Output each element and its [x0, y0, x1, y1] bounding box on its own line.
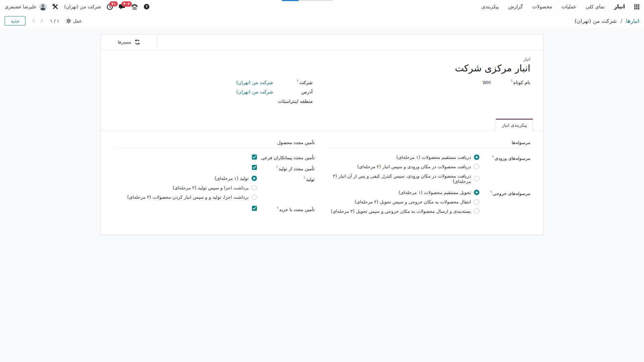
- page-load-progress: [282, 0, 299, 1]
- fields-col-left: شرکت؟ شرکت من (تهران) آدرس شرکت من (تهرا…: [114, 79, 313, 108]
- voip-phone-icon[interactable]: [131, 4, 138, 10]
- breadcrumb-parent[interactable]: انبارها: [626, 18, 639, 24]
- help-icon[interactable]: ?: [144, 4, 150, 10]
- resupply-section: تأمین مجدد محصول تأمین مجدد پیمانکاران ف…: [114, 140, 315, 219]
- company-value[interactable]: شرکت من (تهران): [236, 80, 273, 85]
- radio-option[interactable]: دریافت محصولات در مکان ورودی و سپس انبار…: [329, 164, 479, 169]
- radio-option[interactable]: دریافت محصولات در مکان ورودی، سپس کنترل …: [329, 173, 479, 184]
- title-block: انبار انبار مرکزی شرکت: [101, 50, 543, 74]
- tab-content: مرسوله‌ها مرسوله‌های ورودی؟ دریافت مستقی…: [101, 131, 543, 235]
- company-switcher[interactable]: شرکت من (تهران): [64, 4, 101, 9]
- radio-selected-icon[interactable]: [474, 155, 479, 160]
- subcontracting-resupply-label: تأمین مجدد پیمانکاران فرعی: [257, 155, 315, 160]
- incoming-options: دریافت مستقیم محصولات (۱ مرحله‌ای) دریاف…: [329, 155, 479, 184]
- nav-menu-operations[interactable]: عملیات: [561, 4, 576, 9]
- user-name: علیرضا غضنفری: [5, 4, 37, 9]
- radio-icon[interactable]: [252, 194, 257, 200]
- help-hint: ؟: [304, 176, 305, 180]
- pager-value: ۱ / ۱: [50, 18, 59, 23]
- fields-col-right: نام کوتاه؟ WH: [331, 79, 530, 108]
- messages-icon[interactable]: ۴۰۲: [119, 4, 125, 10]
- breadcrumb-current: شرکت من (تهران): [575, 18, 617, 24]
- short-name-value[interactable]: WH: [483, 80, 491, 85]
- incoming-shipments-label: مرسوله‌های ورودی؟: [479, 155, 530, 161]
- radio-icon[interactable]: [474, 176, 479, 181]
- top-navbar: انبار نمای کلی عملیات محصولات گزارش پیکر…: [0, 0, 644, 13]
- action-menu[interactable]: عمل: [66, 18, 82, 23]
- routes-smart-button[interactable]: مسیرها: [101, 35, 157, 50]
- nav-menu-reporting[interactable]: گزارش: [508, 4, 523, 9]
- pager-prev-icon[interactable]: [32, 18, 35, 23]
- record-type-label: انبار: [114, 57, 530, 62]
- subcontracting-resupply-row: تأمین مجدد پیمانکاران فرعی: [114, 155, 315, 160]
- smart-button-strip: مسیرها: [101, 35, 543, 50]
- systray: ? ۴۰۲ ۷۱ شرکت: [5, 3, 150, 10]
- radio-icon[interactable]: [474, 208, 479, 214]
- short-name-label: نام کوتاه؟: [491, 79, 530, 85]
- main-content: مسیرها انبار انبار مرکزی شرکت نام کوتاه؟…: [0, 28, 644, 235]
- apps-grid-icon[interactable]: [634, 4, 639, 9]
- app-name[interactable]: انبار: [614, 4, 625, 10]
- manufacture-options: تولید (۱ مرحله‌ای) برداشت اجزا و سپس تول…: [127, 176, 257, 200]
- radio-option[interactable]: تولید (۱ مرحله‌ای): [127, 176, 257, 181]
- subcontracting-resupply-checkbox[interactable]: [252, 155, 257, 160]
- user-menu[interactable]: علیرضا غضنفری: [5, 3, 47, 10]
- intrastat-field: منطقه اینتراستات: [114, 99, 313, 104]
- help-hint: ؟: [492, 155, 494, 159]
- resupply-section-title: تأمین مجدد محصول: [114, 140, 315, 148]
- help-hint: ؟: [277, 206, 278, 210]
- radio-icon[interactable]: [252, 185, 257, 190]
- manufacture-resupply-label: تأمین مجدد از تولید؟: [257, 165, 315, 171]
- radio-option[interactable]: انتقال محصولات به مکان خروجی و سپس تحویل…: [331, 199, 479, 204]
- nav-menu-overview[interactable]: نمای کلی: [586, 4, 605, 9]
- radio-option[interactable]: بسته‌بندی و ارسال محصولات به مکان خروجی …: [331, 208, 479, 214]
- manufacture-resupply-checkbox[interactable]: [252, 165, 257, 170]
- radio-option[interactable]: تحویل مستقیم محصولات (۱ مرحله‌ای): [331, 190, 479, 195]
- radio-selected-icon[interactable]: [252, 176, 257, 181]
- control-panel: انبارها / شرکت من (تهران) جدید ۱ / ۱ عمل: [0, 13, 644, 28]
- page-load-progress-track: [299, 0, 333, 1]
- buy-resupply-label: تأمین مجدد با خرید؟: [257, 206, 315, 212]
- activities-badge: ۷۱: [109, 1, 118, 7]
- routes-button-label: مسیرها: [118, 40, 131, 45]
- radio-option[interactable]: دریافت مستقیم محصولات (۱ مرحله‌ای): [329, 155, 479, 160]
- messages-badge: ۴۰۲: [121, 1, 132, 7]
- shipments-section: مرسوله‌ها مرسوله‌های ورودی؟ دریافت مستقی…: [329, 140, 530, 219]
- address-label: آدرس: [273, 89, 313, 95]
- nav-menu-configuration[interactable]: پیکربندی: [481, 4, 499, 9]
- outgoing-shipments-label: مرسوله‌های خروجی؟: [479, 190, 530, 196]
- svg-text:?: ?: [146, 5, 148, 9]
- company-label: شرکت؟: [273, 79, 313, 85]
- radio-option[interactable]: برداشت اجزا و سپس تولید (۲ مرحله‌ای): [127, 185, 257, 190]
- gear-icon: [66, 18, 71, 23]
- short-name-field: نام کوتاه؟ WH: [331, 79, 530, 85]
- pager-nav: [32, 18, 43, 23]
- radio-icon[interactable]: [474, 164, 479, 169]
- help-hint: ؟: [511, 79, 513, 83]
- breadcrumb: انبارها / شرکت من (تهران): [575, 18, 639, 24]
- record-name[interactable]: انبار مرکزی شرکت: [114, 63, 530, 74]
- manufacture-label: تولید؟: [257, 176, 315, 182]
- control-panel-actions: جدید ۱ / ۱ عمل: [5, 16, 82, 25]
- help-hint: ؟: [276, 165, 278, 169]
- tab-warehouse-configuration[interactable]: پیکربندی انبار: [496, 119, 533, 131]
- pager-next-icon[interactable]: [40, 18, 43, 23]
- new-button[interactable]: جدید: [5, 16, 25, 25]
- activities-clock-icon[interactable]: ۷۱: [107, 4, 113, 10]
- breadcrumb-separator: /: [621, 18, 622, 24]
- radio-option[interactable]: برداشت اجزا، تولید و و سپس انبار کردن مح…: [127, 194, 257, 200]
- tools-icon[interactable]: [52, 4, 58, 10]
- intrastat-label: منطقه اینتراستات: [273, 99, 313, 104]
- shipments-section-title: مرسوله‌ها: [329, 140, 530, 148]
- radio-icon[interactable]: [474, 199, 479, 204]
- buy-resupply-checkbox[interactable]: [252, 206, 257, 211]
- outgoing-options: تحویل مستقیم محصولات (۱ مرحله‌ای) انتقال…: [331, 190, 479, 214]
- radio-selected-icon[interactable]: [474, 190, 479, 195]
- nav-menu-products[interactable]: محصولات: [532, 4, 552, 9]
- buy-resupply-row: تأمین مجدد با خرید؟: [114, 206, 315, 212]
- notebook-tabs: پیکربندی انبار: [101, 119, 543, 131]
- address-field: آدرس شرکت من (تهران): [114, 89, 313, 95]
- warehouse-form-sheet: مسیرها انبار انبار مرکزی شرکت نام کوتاه؟…: [101, 34, 543, 235]
- manufacture-resupply-row: تأمین مجدد از تولید؟: [114, 165, 315, 171]
- address-value[interactable]: شرکت من (تهران): [236, 89, 273, 95]
